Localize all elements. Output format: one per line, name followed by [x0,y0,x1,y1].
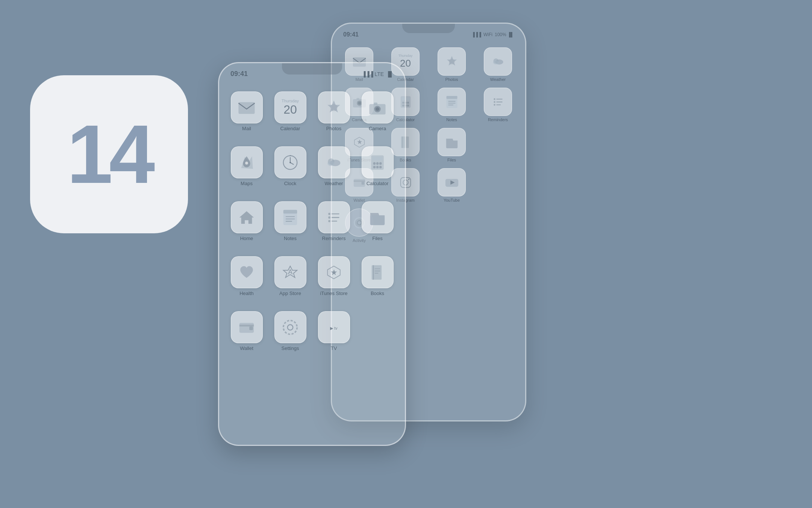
back-icon-youtube [438,168,466,196]
app-icon-home [231,201,263,233]
app-item-home[interactable]: Home [229,201,265,241]
app-item-settings[interactable]: Settings [272,311,308,351]
app-item-files[interactable]: Files [359,201,395,241]
app-item-tv[interactable]: ▶ tv TV [316,311,352,351]
app-label-mail: Mail [242,126,251,131]
app-item-clock[interactable]: ▸ Clock [272,146,308,186]
svg-point-22 [379,166,382,168]
svg-point-48 [283,320,297,334]
back-calendar-date: 20 [400,58,411,69]
back-app-files[interactable]: Files [431,128,472,162]
phone-back-notch [402,24,455,33]
back-label-youtube: YouTube [444,198,460,202]
status-time-back: 09:41 [343,31,359,38]
app-label-photos: Photos [326,126,341,131]
back-app-photos[interactable]: Photos [431,47,472,82]
svg-point-10 [289,162,291,163]
phone-front: 09:41 ▐▐▐ LTE ▐▌ Mail Thursday 20 Calend… [218,62,406,446]
app-item-empty [359,311,395,351]
ios-version-number: 14 [67,113,151,196]
app-label-appstore: App Store [279,291,301,296]
svg-point-66 [407,104,409,106]
app-label-calculator: Calculator [367,181,389,186]
svg-point-54 [493,60,498,64]
app-item-calculator[interactable]: Calculator [359,146,395,186]
app-item-reminders[interactable]: Reminders [316,201,352,241]
app-label-files: Files [372,236,382,241]
app-item-itunesstore[interactable]: ★ iTunes Store [316,256,352,296]
app-item-appstore[interactable]: A App Store [272,256,308,296]
svg-point-72 [494,98,495,100]
app-item-wallet-front[interactable]: Wallet [229,311,265,351]
svg-point-29 [328,213,330,215]
svg-rect-25 [283,210,297,213]
app-icon-itunesstore: ★ [318,256,350,288]
back-calendar-dayname: Thursday [398,54,413,58]
svg-text:★: ★ [330,268,338,276]
app-item-photos[interactable]: Photos [316,91,352,131]
back-label-files: Files [447,158,456,162]
calendar-date: 20 [283,103,297,116]
app-grid-row4: Health A App Store ★ iTunes Store [219,251,405,302]
back-empty-4 [477,168,518,202]
svg-rect-5 [374,102,377,105]
app-grid-row2: Maps ▸ Clock [219,141,405,192]
svg-point-87 [408,178,409,180]
app-icon-mail [231,91,263,123]
app-icon-health [231,256,263,288]
app-label-health: Health [239,291,254,296]
svg-point-20 [373,166,376,168]
svg-point-18 [376,162,379,165]
app-label-itunesstore: iTunes Store [320,291,347,296]
app-icon-maps [231,146,263,178]
svg-text:▶ tv: ▶ tv [330,325,338,330]
back-label-photos: Photos [445,77,458,82]
app-grid-row5: Wallet Settings ▶ tv TV [219,306,405,357]
app-icon-weather [318,146,350,178]
app-label-calendar: Calendar [280,126,300,131]
status-icons-front: ▐▐▐ LTE ▐▌ [362,71,394,77]
app-item-books[interactable]: Books [359,256,395,296]
svg-marker-23 [239,211,254,224]
svg-point-74 [494,104,495,106]
app-label-home: Home [240,236,253,241]
svg-point-17 [373,162,376,165]
app-label-clock: Clock [284,181,297,186]
back-app-youtube[interactable]: YouTube [431,168,472,202]
svg-point-30 [328,216,330,219]
back-icon-notes [438,88,466,116]
back-app-weather[interactable]: Weather [477,47,518,82]
svg-point-19 [379,162,382,165]
app-item-calendar[interactable]: Thursday 20 Calendar [272,91,308,131]
app-item-maps[interactable]: Maps [229,146,265,186]
svg-rect-40 [373,265,374,279]
app-label-camera: Camera [369,126,386,131]
app-grid-row3: Home Notes [219,196,405,247]
app-grid-row1: Mail Thursday 20 Calendar Photos [219,86,405,137]
svg-rect-16 [373,157,383,160]
svg-point-31 [328,220,330,222]
app-icon-clock: ▸ [274,146,306,178]
svg-rect-46 [249,326,253,330]
svg-text:▸: ▸ [290,154,291,157]
app-item-camera[interactable]: Camera [359,91,395,131]
back-label-reminders: Reminders [488,117,508,122]
svg-rect-68 [446,96,457,99]
back-label-notes: Notes [446,117,457,122]
svg-point-6 [245,161,248,164]
app-item-health[interactable]: Health [229,256,265,296]
app-icon-notes [274,201,306,233]
app-item-mail[interactable]: Mail [229,91,265,131]
app-item-weather[interactable]: Weather [316,146,352,186]
app-item-notes[interactable]: Notes [272,201,308,241]
svg-rect-0 [238,102,255,114]
app-label-tv: TV [331,345,337,351]
back-app-notes[interactable]: Notes [431,88,472,122]
signal-icon: ▐▐▐ LTE [362,71,384,77]
svg-text:A: A [288,268,293,275]
app-label-maps: Maps [241,181,253,186]
back-app-reminders[interactable]: Reminders [477,88,518,122]
battery-icon: ▐▌ [386,71,394,77]
svg-point-21 [376,166,379,168]
battery-back-icon: 100% ▐▌ [495,32,514,37]
